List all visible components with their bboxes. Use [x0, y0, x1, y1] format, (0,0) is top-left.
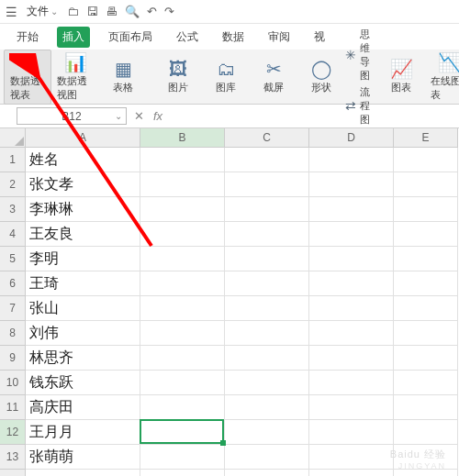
cell-D8[interactable] [309, 321, 394, 346]
cell-A11[interactable]: 高庆田 [26, 395, 140, 420]
row-header-6[interactable]: 6 [0, 271, 26, 296]
cell-A10[interactable]: 钱东跃 [26, 371, 140, 395]
row-header-14[interactable]: 14 [0, 470, 26, 476]
btn-pivot-table[interactable]: ⌗ 数据透视表 [4, 50, 51, 105]
cell-A2[interactable]: 张文孝 [26, 172, 140, 197]
cell-C6[interactable] [225, 271, 309, 296]
column-header-D[interactable]: D [309, 128, 394, 148]
row-header-7[interactable]: 7 [0, 296, 26, 321]
cell-D4[interactable] [309, 222, 394, 247]
cell-B4[interactable] [140, 222, 225, 247]
cell-B6[interactable] [140, 271, 225, 296]
cell-C14[interactable] [225, 470, 309, 476]
cell-B8[interactable] [140, 321, 225, 346]
cell-E6[interactable] [394, 271, 458, 296]
tab-page-layout[interactable]: 页面布局 [103, 27, 158, 48]
cell-A12[interactable]: 王月月 [26, 420, 140, 445]
cell-D6[interactable] [309, 271, 394, 296]
qat-redo-icon[interactable]: ↷ [164, 5, 174, 18]
column-header-B[interactable]: B [140, 128, 225, 148]
cell-C8[interactable] [225, 321, 309, 346]
row-header-11[interactable]: 11 [0, 395, 26, 420]
cell-B7[interactable] [140, 296, 225, 321]
cell-D11[interactable] [309, 395, 394, 420]
row-header-1[interactable]: 1 [0, 148, 26, 172]
name-box[interactable]: B12 ⌄ [17, 107, 127, 125]
cell-D14[interactable] [309, 470, 394, 476]
btn-mindmap[interactable]: ✳ 思维导图 [345, 28, 370, 83]
btn-table[interactable]: ▦ 表格 [99, 57, 147, 96]
cell-E9[interactable] [394, 346, 458, 371]
row-header-2[interactable]: 2 [0, 172, 26, 197]
cell-C5[interactable] [225, 247, 309, 271]
cell-D5[interactable] [309, 247, 394, 271]
btn-picture[interactable]: 🖼 图片 [154, 57, 202, 96]
tab-review[interactable]: 审阅 [263, 27, 296, 48]
row-header-12[interactable]: 12 [0, 420, 26, 445]
cell-C2[interactable] [225, 172, 309, 197]
qat-preview-icon[interactable]: 🔍 [125, 5, 140, 18]
row-header-8[interactable]: 8 [0, 321, 26, 346]
select-all-corner[interactable] [0, 128, 26, 148]
qat-save-icon[interactable]: 🖫 [86, 5, 98, 18]
cell-E3[interactable] [394, 197, 458, 222]
cell-B1[interactable] [140, 148, 225, 172]
cell-E12[interactable] [394, 420, 458, 445]
tab-insert[interactable]: 插入 [57, 27, 90, 48]
cell-D13[interactable] [309, 445, 394, 470]
cell-B5[interactable] [140, 247, 225, 271]
worksheet[interactable]: ABCDE 1姓名2张文孝3李琳琳4王友良5李明6王琦7张山8刘伟9林思齐10钱… [0, 128, 459, 476]
cell-E4[interactable] [394, 222, 458, 247]
cell-B9[interactable] [140, 346, 225, 371]
qat-print-icon[interactable]: 🖶 [106, 5, 118, 18]
cell-C11[interactable] [225, 395, 309, 420]
cell-A1[interactable]: 姓名 [26, 148, 140, 172]
cell-A7[interactable]: 张山 [26, 296, 140, 321]
qat-undo-icon[interactable]: ↶ [147, 5, 157, 18]
cell-D9[interactable] [309, 346, 394, 371]
cell-E11[interactable] [394, 395, 458, 420]
cell-D12[interactable] [309, 420, 394, 445]
cell-B10[interactable] [140, 371, 225, 395]
cell-E7[interactable] [394, 296, 458, 321]
cell-A3[interactable]: 李琳琳 [26, 197, 140, 222]
row-header-4[interactable]: 4 [0, 222, 26, 247]
row-header-13[interactable]: 13 [0, 445, 26, 470]
formula-bar[interactable]: ✕ fx [127, 105, 459, 127]
btn-screenshot[interactable]: ✂ 截屏 [250, 57, 297, 96]
cell-A13[interactable]: 张萌萌 [26, 445, 140, 470]
menu-icon[interactable]: ☰ [6, 5, 17, 19]
cell-C12[interactable] [225, 420, 309, 445]
cell-E8[interactable] [394, 321, 458, 346]
cell-C10[interactable] [225, 371, 309, 395]
file-menu[interactable]: 文件 ⌄ [27, 4, 58, 19]
cell-A8[interactable]: 刘伟 [26, 321, 140, 346]
cell-E5[interactable] [394, 247, 458, 271]
chevron-down-icon[interactable]: ⌄ [115, 111, 122, 121]
tab-view[interactable]: 视 [308, 27, 330, 48]
fx-icon[interactable]: fx [153, 109, 162, 123]
row-header-10[interactable]: 10 [0, 371, 26, 395]
column-header-A[interactable]: A [26, 128, 140, 148]
cell-A4[interactable]: 王友良 [26, 222, 140, 247]
btn-image-lib[interactable]: 🗂 图库 [202, 57, 250, 96]
cell-C1[interactable] [225, 148, 309, 172]
cell-B2[interactable] [140, 172, 225, 197]
cell-E14[interactable] [394, 470, 458, 476]
cell-B3[interactable] [140, 197, 225, 222]
cell-A9[interactable]: 林思齐 [26, 346, 140, 371]
row-header-9[interactable]: 9 [0, 346, 26, 371]
qat-open-icon[interactable]: 🗀 [67, 5, 79, 18]
cell-D3[interactable] [309, 197, 394, 222]
row-header-3[interactable]: 3 [0, 197, 26, 222]
cell-D10[interactable] [309, 371, 394, 395]
cell-D2[interactable] [309, 172, 394, 197]
column-header-C[interactable]: C [225, 128, 309, 148]
cell-A5[interactable]: 李明 [26, 247, 140, 271]
column-header-E[interactable]: E [394, 128, 458, 148]
cell-E1[interactable] [394, 148, 458, 172]
cell-B13[interactable] [140, 445, 225, 470]
cell-A6[interactable]: 王琦 [26, 271, 140, 296]
tab-home[interactable]: 开始 [11, 27, 44, 48]
cell-C3[interactable] [225, 197, 309, 222]
